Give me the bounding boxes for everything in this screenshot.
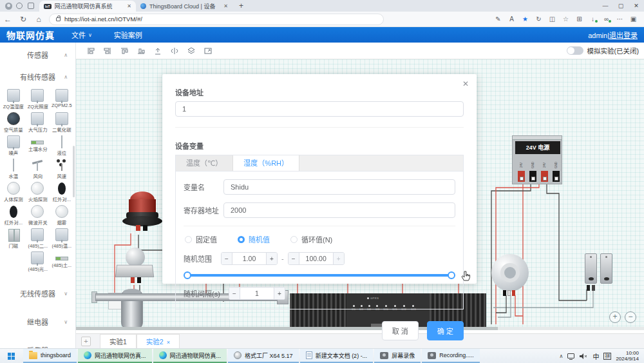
experiment-tab-1[interactable]: 实验1: [100, 334, 137, 348]
simulation-toggle[interactable]: [567, 46, 583, 55]
ime-mode-icon[interactable]: 拼: [603, 353, 611, 360]
sidebar-item[interactable]: ZQ温湿度: [1, 89, 26, 110]
terminal-negative[interactable]: [143, 225, 147, 231]
terminal-red[interactable]: [541, 171, 548, 182]
taskbar-item[interactable]: 网迅通物联网仿真...: [153, 349, 227, 363]
register-input[interactable]: [223, 202, 455, 218]
fit-screen-icon[interactable]: [200, 45, 216, 57]
sidebar-item[interactable]: 风向: [26, 159, 50, 179]
refresh-button[interactable]: ↻: [15, 15, 31, 24]
slider-handle-max[interactable]: [448, 271, 455, 279]
align-left-icon[interactable]: [82, 45, 99, 57]
speaker-device[interactable]: [491, 254, 529, 291]
history-icon[interactable]: ↻: [532, 15, 545, 23]
edit-icon[interactable]: ✎: [491, 15, 505, 23]
add-experiment-button[interactable]: +: [81, 337, 91, 346]
taskbar-item[interactable]: thingsboard: [23, 349, 77, 363]
back-button[interactable]: ←: [0, 15, 15, 24]
network-icon[interactable]: [567, 353, 574, 358]
start-button[interactable]: [0, 349, 22, 363]
read-aloud-icon[interactable]: A: [505, 15, 518, 23]
power-terminal[interactable]: 24V: [516, 160, 526, 182]
close-tab-icon[interactable]: ×: [167, 339, 170, 346]
split-screen-icon[interactable]: ◫: [545, 15, 559, 23]
category-wired-sensor[interactable]: 有线传感器∧: [0, 68, 75, 86]
category-sensor[interactable]: 传感器∧: [0, 46, 75, 64]
volume-muted-icon[interactable]: [579, 353, 588, 360]
slider-handle-min[interactable]: [184, 271, 191, 279]
profile-icon[interactable]: [5, 3, 12, 10]
sidebar-item[interactable]: ZQ光照度: [26, 89, 50, 110]
zoom-out-button[interactable]: −: [625, 311, 636, 323]
close-tab-icon[interactable]: ✕: [223, 3, 228, 9]
taskbar-item[interactable]: Recording.....: [422, 349, 480, 363]
minimize-button[interactable]: —: [598, 0, 613, 12]
favorite-star-icon[interactable]: ★: [518, 15, 532, 23]
sidebar-item[interactable]: (485)二...: [26, 228, 50, 249]
tab-search-icon[interactable]: [16, 3, 23, 9]
cancel-button[interactable]: 取 消: [382, 321, 419, 340]
terminal-black[interactable]: [587, 285, 590, 291]
sidebar-item[interactable]: 空气质量: [1, 112, 26, 133]
sidebar-item[interactable]: ZQPM2.5: [50, 89, 74, 110]
sidebar-item[interactable]: 人体探测: [1, 182, 26, 202]
new-tab-button[interactable]: +: [239, 1, 243, 10]
collections-icon[interactable]: ☆: [559, 15, 573, 23]
home-button[interactable]: ⌂: [31, 15, 46, 24]
sidebar-item[interactable]: 火焰探测: [26, 182, 50, 202]
radio-fixed-value[interactable]: 固定值: [185, 234, 217, 244]
door-magnet-right[interactable]: [600, 253, 612, 284]
sidebar-item[interactable]: 液位: [50, 135, 74, 156]
close-tab-icon[interactable]: ✕: [127, 3, 131, 9]
more-menu-icon[interactable]: ⋯: [613, 15, 627, 23]
terminal-positive[interactable]: [131, 277, 135, 283]
terminal-red[interactable]: [512, 290, 515, 296]
export-icon[interactable]: [149, 45, 166, 57]
vertical-tabs-icon[interactable]: [28, 3, 34, 9]
taskbar-item[interactable]: 屏幕录像: [374, 349, 421, 363]
url-field[interactable]: https://iot-ai.net.cn/IOTVM/#/: [49, 14, 384, 25]
interval-value[interactable]: 1: [240, 288, 274, 299]
door-magnet-left[interactable]: [585, 253, 597, 284]
terminal-gray[interactable]: [592, 285, 595, 291]
sidebar-item[interactable]: 红外对...: [1, 205, 26, 226]
ime-language-icon[interactable]: 中: [592, 351, 599, 361]
category-collector[interactable]: 采集器∨: [0, 342, 75, 348]
sidebar-item[interactable]: 红外对...: [50, 182, 74, 202]
increment-button[interactable]: +: [274, 288, 285, 299]
tab-humidity[interactable]: 湿度（%RH）: [233, 155, 299, 171]
terminal-red[interactable]: [518, 171, 525, 182]
sidebar-item[interactable]: (485)土...: [50, 251, 74, 272]
terminal-black[interactable]: [553, 171, 560, 182]
sidebar-item[interactable]: 大气压力: [26, 112, 50, 133]
sidebar-item[interactable]: 门磁: [1, 228, 26, 249]
downloads-icon[interactable]: ↓: [586, 15, 600, 23]
terminal-negative[interactable]: [137, 277, 141, 283]
varname-input[interactable]: [223, 179, 455, 195]
distribute-icon[interactable]: [166, 45, 183, 57]
increment-button[interactable]: +: [266, 253, 277, 264]
device-address-input[interactable]: [175, 101, 464, 117]
taskbar-item[interactable]: 新建文本文档 (2) -...: [300, 349, 374, 363]
experiment-tab-2[interactable]: 实验2×: [137, 334, 180, 348]
category-wireless-sensor[interactable]: 无线传感器∨: [0, 285, 75, 303]
increment-button[interactable]: +: [333, 253, 344, 264]
sidebar-item[interactable]: 微波开关: [26, 205, 50, 226]
terminal-white[interactable]: [507, 290, 511, 296]
browser-essentials-icon[interactable]: ∞: [600, 15, 613, 23]
logout-link[interactable]: 退出登录: [609, 32, 638, 39]
sidebar-item[interactable]: 噪声: [1, 135, 26, 156]
range-min-value[interactable]: 1.00: [232, 253, 266, 264]
align-top-icon[interactable]: [116, 45, 133, 57]
web-capture-icon[interactable]: ⊞: [573, 15, 586, 23]
menu-file[interactable]: 文件∨: [71, 30, 92, 40]
dialog-close-icon[interactable]: ✕: [462, 79, 469, 88]
layers-icon[interactable]: [183, 45, 200, 57]
terminal-positive[interactable]: [136, 225, 140, 231]
power-terminal[interactable]: GND: [527, 160, 538, 182]
taskbar-item[interactable]: 网迅通物联网仿真...: [78, 349, 152, 363]
sidebar-scrollbar[interactable]: [73, 146, 75, 197]
sidebar-toggle-icon[interactable]: ▣: [627, 15, 640, 23]
close-window-button[interactable]: ✕: [629, 0, 644, 12]
decrement-button[interactable]: −: [289, 253, 299, 264]
